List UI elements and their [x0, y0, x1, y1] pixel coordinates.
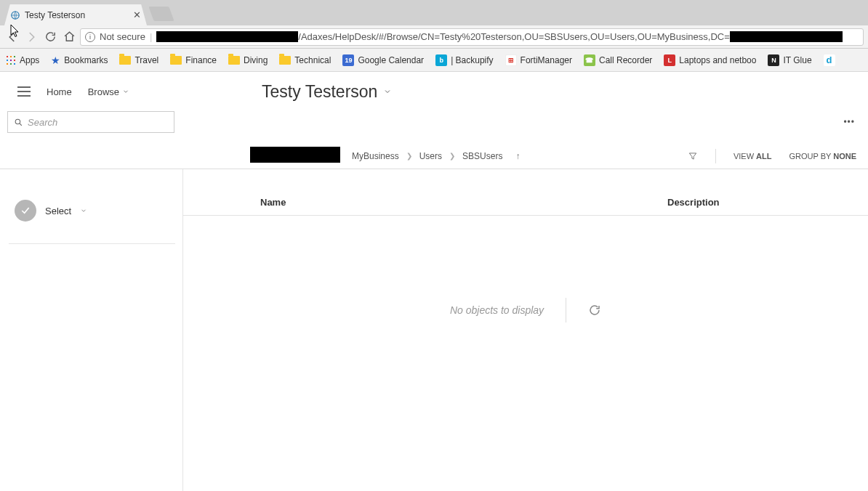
home-icon[interactable] [61, 29, 77, 45]
col-name[interactable]: Name [260, 197, 667, 208]
apps-grid-icon [6, 55, 16, 65]
more-icon[interactable]: ••• [843, 117, 855, 127]
address-bar[interactable]: i Not secure | /Adaxes/HelpDesk/#/Browse… [80, 28, 864, 46]
folder-icon [170, 54, 182, 66]
crumb-sbsusers[interactable]: SBSUsers [462, 151, 502, 161]
nav-browse[interactable]: Browse [88, 86, 129, 97]
nav-home[interactable]: Home [47, 86, 72, 97]
empty-message: No objects to display [450, 304, 544, 316]
filter-icon[interactable] [688, 151, 698, 161]
page-title[interactable]: Testy Testerson [183, 82, 392, 102]
table-header: Name Description [183, 197, 868, 216]
tab-close-icon[interactable]: ✕ [133, 9, 141, 20]
svg-point-1 [15, 119, 20, 124]
main-content: Name Description No objects to display [183, 169, 868, 491]
check-circle-icon [15, 200, 36, 222]
breadcrumb: MyBusiness ❯ Users ❯ SBSUsers ↑ [352, 151, 520, 161]
security-label: Not secure [100, 31, 145, 42]
bookmark-backupify[interactable]: b| Backupify [435, 54, 493, 66]
empty-state: No objects to display [183, 216, 868, 405]
divider [715, 149, 716, 163]
app-header: Home Browse Testy Testerson [0, 72, 868, 111]
chevron-right-icon: ❯ [406, 152, 412, 160]
forward-icon[interactable] [23, 29, 39, 45]
tab-favicon [10, 10, 20, 20]
itglue-icon: N [768, 54, 779, 66]
l-icon: L [664, 54, 675, 66]
app-root: Home Browse Testy Testerson ••• MyBusine… [0, 72, 868, 491]
apps-shortcut[interactable]: Apps [6, 55, 39, 65]
bookmark-forti[interactable]: ⊞FortiManager [505, 54, 572, 66]
browser-tab-strip: Testy Testerson ✕ [0, 0, 868, 25]
refresh-icon[interactable] [588, 304, 601, 317]
back-icon[interactable] [4, 29, 20, 45]
divider [566, 298, 566, 322]
folder-icon [119, 54, 131, 66]
calendar-icon: 19 [342, 54, 354, 66]
redacted-crumb [250, 147, 340, 163]
groupby-toggle[interactable]: GROUP BY NONE [789, 152, 856, 161]
search-box[interactable] [7, 111, 174, 133]
redacted-tail [730, 31, 843, 42]
forti-icon: ⊞ [505, 54, 517, 66]
bookmark-finance[interactable]: Finance [170, 54, 217, 66]
reload-icon[interactable] [42, 29, 58, 45]
crumb-mybusiness[interactable]: MyBusiness [352, 151, 399, 161]
breadcrumb-row: MyBusiness ❯ Users ❯ SBSUsers ↑ VIEW ALL… [0, 143, 868, 169]
new-tab-button[interactable] [148, 7, 174, 21]
folder-icon [228, 54, 240, 66]
view-toggle[interactable]: VIEW ALL [734, 152, 772, 161]
bookmark-callrec[interactable]: ☎Call Recorder [584, 54, 652, 66]
search-input[interactable] [28, 117, 168, 128]
browser-tab[interactable]: Testy Testerson ✕ [4, 4, 147, 25]
divider [9, 243, 175, 244]
sidebar: Select [0, 169, 183, 491]
bookmark-technical[interactable]: Technical [279, 54, 331, 66]
bookmarks-bar: Apps ★Bookmarks Travel Finance Diving Te… [0, 49, 868, 72]
chevron-down-icon [383, 87, 392, 96]
callrec-icon: ☎ [584, 54, 595, 66]
bookmark-d[interactable]: d [824, 54, 835, 66]
chevron-right-icon: ❯ [449, 152, 455, 160]
d-icon: d [824, 54, 835, 66]
col-description[interactable]: Description [667, 197, 720, 208]
folder-icon [279, 54, 291, 66]
up-icon[interactable]: ↑ [515, 151, 520, 161]
bookmark-diving[interactable]: Diving [228, 54, 268, 66]
crumb-users[interactable]: Users [419, 151, 442, 161]
menu-icon[interactable] [17, 86, 31, 97]
chevron-down-icon [80, 207, 87, 214]
tab-title: Testy Testerson [25, 10, 133, 20]
bookmark-bookmarks[interactable]: ★Bookmarks [51, 54, 108, 66]
backupify-icon: b [435, 54, 447, 66]
bookmark-gcal[interactable]: 19Google Calendar [342, 54, 424, 66]
bookmark-itglue[interactable]: NIT Glue [768, 54, 811, 66]
bookmark-laptops[interactable]: LLaptops and netboo [664, 54, 756, 66]
star-icon: ★ [51, 54, 60, 66]
redacted-host [156, 31, 298, 42]
info-icon: i [85, 32, 95, 42]
bookmark-travel[interactable]: Travel [119, 54, 158, 66]
search-icon [14, 118, 23, 127]
url-path: /Adaxes/HelpDesk/#/Browse/CN=Testy%20Tes… [298, 31, 730, 42]
browser-toolbar: i Not secure | /Adaxes/HelpDesk/#/Browse… [0, 25, 868, 49]
chevron-down-icon [122, 88, 129, 95]
select-toggle[interactable]: Select [15, 200, 175, 222]
search-row: ••• [0, 111, 868, 143]
